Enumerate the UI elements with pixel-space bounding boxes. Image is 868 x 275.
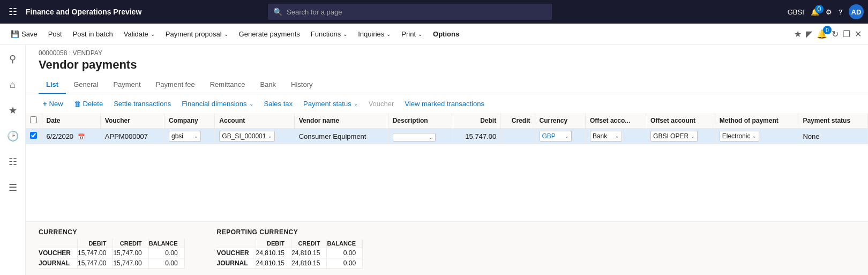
filter-icon[interactable]: ⚲	[3, 49, 23, 69]
modules-icon[interactable]: ☰	[3, 178, 23, 197]
cell-date[interactable]: 6/2/2020 📅	[42, 129, 100, 144]
tab-remittance[interactable]: Remittance	[203, 76, 253, 94]
row-checkbox[interactable]	[30, 132, 37, 139]
cell-company[interactable]: gbsi ⌄	[164, 129, 215, 144]
recent-icon[interactable]: 🕑	[3, 127, 23, 146]
payment-status-button[interactable]: Payment status ⌄	[299, 98, 362, 110]
currency-journal-balance: 0.00	[148, 258, 184, 269]
hamburger-menu-icon[interactable]: ☷	[4, 6, 21, 18]
close-icon[interactable]: ✕	[855, 29, 862, 39]
delete-icon: 🗑	[74, 100, 81, 108]
col-vendor-name: Vendor name	[294, 113, 388, 129]
rep-journal-balance: 0.00	[327, 258, 363, 269]
col-voucher: Voucher	[100, 113, 164, 129]
view-marked-transactions-button[interactable]: View marked transactions	[400, 98, 489, 110]
personalize-icon[interactable]: ★	[794, 29, 802, 39]
tab-general[interactable]: General	[66, 76, 106, 94]
top-right-icons: GBSI 🔔 0 ⚙ ? AD	[788, 4, 864, 19]
voucher-button[interactable]: Voucher	[364, 98, 399, 110]
cell-payment-status: None	[798, 129, 868, 144]
workspaces-icon[interactable]: ☷	[3, 152, 23, 172]
table-row[interactable]: 6/2/2020 📅 APPM000007 gbsi ⌄	[26, 129, 868, 144]
notifications-icon[interactable]: 🔔 0	[811, 8, 819, 16]
settle-transactions-button[interactable]: Settle transactions	[109, 98, 175, 110]
validate-chevron-icon: ⌄	[151, 31, 155, 37]
validate-button[interactable]: Validate ⌄	[119, 28, 159, 40]
search-input[interactable]	[287, 8, 547, 16]
currency-summary-title: CURRENCY	[39, 228, 185, 236]
calendar-icon[interactable]: 📅	[78, 133, 85, 140]
search-icon: 🔍	[273, 8, 282, 16]
offset-account-chevron-icon: ⌄	[691, 133, 695, 139]
tab-payment[interactable]: Payment	[106, 76, 148, 94]
select-all-checkbox[interactable]	[30, 116, 37, 123]
grid-toolbar: + New 🗑 Delete Settle transactions Finan…	[26, 94, 868, 113]
help-icon[interactable]: ?	[839, 8, 842, 16]
reporting-currency-summary-table: DEBIT CREDIT BALANCE VOUCHER 24,810.15 2…	[217, 239, 363, 269]
print-button[interactable]: Print ⌄	[397, 28, 426, 40]
col-offset-acco-type: Offset acco...	[585, 113, 646, 129]
rep-journal-debit: 24,810.15	[256, 258, 291, 269]
payment-proposal-button[interactable]: Payment proposal ⌄	[161, 28, 233, 40]
col-debit: Debit	[452, 113, 501, 129]
currency-voucher-credit: 15,747.00	[113, 248, 148, 258]
rep-voucher-balance: 0.00	[327, 248, 363, 258]
cell-account[interactable]: GB_SI_000001 ⌄	[215, 129, 294, 144]
currency-journal-label: JOURNAL	[39, 258, 78, 269]
new-button[interactable]: + New	[39, 98, 68, 110]
payment-status-chevron-icon: ⌄	[354, 101, 358, 107]
offset-type-chevron-icon: ⌄	[615, 133, 619, 139]
app-title: Finance and Operations Preview	[26, 8, 141, 16]
save-icon: 💾	[11, 30, 19, 38]
cell-currency[interactable]: GBP ⌄	[535, 129, 585, 144]
payment-proposal-chevron-icon: ⌄	[224, 31, 228, 37]
maximize-icon[interactable]: ❐	[843, 29, 850, 39]
financial-dimensions-button[interactable]: Financial dimensions ⌄	[177, 98, 257, 110]
grid-container[interactable]: Date Voucher Company Account Vendor name…	[26, 113, 868, 221]
company-chevron-icon: ⌄	[194, 133, 198, 139]
inquiries-button[interactable]: Inquiries ⌄	[354, 28, 395, 40]
tab-payment-fee[interactable]: Payment fee	[148, 76, 203, 94]
alerts-icon[interactable]: 🔔 0	[817, 29, 827, 39]
rep-voucher-credit: 24,810.15	[291, 248, 326, 258]
rep-voucher-label: VOUCHER	[217, 248, 256, 258]
home-icon[interactable]: ⌂	[3, 75, 23, 94]
options-button[interactable]: Options	[429, 28, 463, 40]
inquiries-chevron-icon: ⌄	[386, 31, 391, 37]
search-bar[interactable]: 🔍	[268, 4, 552, 20]
cell-offset-acco-type[interactable]: Bank ⌄	[585, 129, 646, 144]
cell-voucher: APPM000007	[100, 129, 164, 144]
sales-tax-button[interactable]: Sales tax	[260, 98, 297, 110]
rep-voucher-debit: 24,810.15	[256, 248, 291, 258]
rep-col-credit: CREDIT	[291, 239, 326, 248]
tab-history[interactable]: History	[283, 76, 320, 94]
content-area: 00000058 : VENDPAY Vendor payments List …	[26, 45, 868, 275]
cell-description[interactable]: ⌄	[388, 129, 452, 144]
favorites-icon[interactable]: ★	[3, 101, 23, 120]
open-in-new-icon[interactable]: ◤	[806, 29, 812, 39]
tab-list[interactable]: List	[39, 76, 66, 94]
save-button[interactable]: 💾 Save	[6, 28, 42, 40]
tab-bank[interactable]: Bank	[252, 76, 283, 94]
summary-area: CURRENCY DEBIT CREDIT BALANCE	[26, 221, 868, 275]
functions-button[interactable]: Functions ⌄	[306, 28, 351, 40]
refresh-icon[interactable]: ↻	[832, 29, 839, 39]
cell-offset-account[interactable]: GBSI OPER ⌄	[646, 129, 715, 144]
col-payment-status: Payment status	[798, 113, 868, 129]
cell-method-of-payment[interactable]: Electronic ⌄	[715, 129, 798, 144]
post-in-batch-button[interactable]: Post in batch	[69, 28, 117, 40]
generate-payments-button[interactable]: Generate payments	[235, 28, 304, 40]
rep-journal-label: JOURNAL	[217, 258, 256, 269]
settings-icon[interactable]: ⚙	[826, 8, 832, 16]
description-chevron-icon: ⌄	[429, 135, 433, 140]
delete-button[interactable]: 🗑 Delete	[70, 98, 108, 110]
col-currency: Currency	[535, 113, 585, 129]
page-title: Vendor payments	[39, 58, 855, 72]
currency-summary: CURRENCY DEBIT CREDIT BALANCE	[39, 228, 185, 269]
reporting-currency-summary-title: REPORTING CURRENCY	[217, 228, 363, 236]
account-chevron-icon: ⌄	[268, 133, 272, 139]
post-button[interactable]: Post	[44, 28, 66, 40]
user-avatar[interactable]: AD	[849, 4, 864, 19]
row-checkbox-cell[interactable]	[26, 129, 42, 144]
rep-col-balance: BALANCE	[327, 239, 363, 248]
